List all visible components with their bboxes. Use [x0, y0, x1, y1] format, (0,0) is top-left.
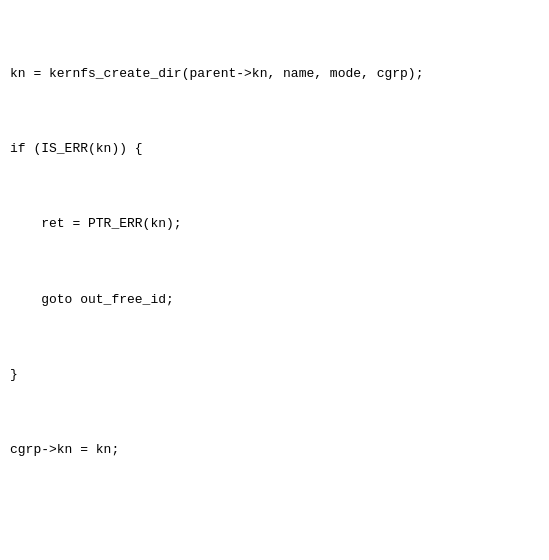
- code-line-5: }: [10, 366, 539, 385]
- code-line-1: kn = kernfs_create_dir(parent->kn, name,…: [10, 65, 539, 84]
- code-line-4: goto out_free_id;: [10, 291, 539, 310]
- code-block: kn = kernfs_create_dir(parent->kn, name,…: [0, 0, 549, 560]
- code-line-7: [10, 517, 539, 536]
- code-line-3: ret = PTR_ERR(kn);: [10, 215, 539, 234]
- code-line-2: if (IS_ERR(kn)) {: [10, 140, 539, 159]
- code-line-6: cgrp->kn = kn;: [10, 441, 539, 460]
